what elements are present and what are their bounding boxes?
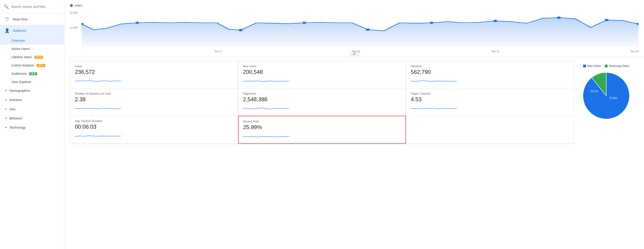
svg-point-7 bbox=[557, 16, 561, 19]
search-input[interactable] bbox=[11, 5, 60, 8]
technology-chevron: ▼ bbox=[4, 126, 7, 129]
main-content: Users 20,000 10,000 bbox=[64, 0, 644, 249]
metric-sessions-per-user: Number of Sessions per User 2.38 bbox=[70, 88, 238, 116]
interests-chevron: ▼ bbox=[4, 98, 7, 101]
demographics-label: Demographics bbox=[10, 89, 30, 92]
metrics-row-3: Avg. Session Duration 00:06:03 Bounce Ra… bbox=[70, 116, 574, 144]
sidebar-item-user-explorer[interactable]: User Explorer bbox=[0, 78, 64, 86]
sessions-value: 562,790 bbox=[411, 69, 569, 75]
sidebar-item-overview[interactable]: Overview bbox=[0, 36, 64, 45]
y-label-10000: 10,000 bbox=[70, 26, 78, 29]
sidebar-item-realtime-label: Real-Time bbox=[13, 17, 28, 21]
metric-sessions: Sessions 562,790 bbox=[406, 61, 574, 88]
metrics-row-2: Number of Sessions per User 2.38 Pagevie… bbox=[70, 88, 574, 116]
sidebar-section-interests[interactable]: ▼ Interests bbox=[0, 95, 64, 104]
sidebar-item-lifetime-value[interactable]: Lifetime Value BETA bbox=[0, 53, 64, 61]
avg-session-duration-sparkline bbox=[75, 131, 121, 138]
sidebar-item-audiences[interactable]: Audiences NEW bbox=[0, 69, 64, 78]
overview-label: Overview bbox=[12, 39, 25, 42]
y-label-20000: 20,000 bbox=[70, 11, 78, 14]
audiences-label: Audiences bbox=[12, 72, 26, 75]
audience-icon: 👤 bbox=[4, 28, 10, 33]
svg-point-8 bbox=[604, 19, 608, 21]
users-legend-dot bbox=[70, 4, 73, 7]
pie-legend: New Visitor Returning Visitor bbox=[583, 64, 630, 68]
metrics-row-3-grid: Avg. Session Duration 00:06:03 Bounce Ra… bbox=[70, 116, 574, 144]
svg-point-2 bbox=[238, 29, 242, 31]
pie-chart: 70.9% 29.1% bbox=[581, 70, 632, 122]
geo-label: Geo bbox=[10, 107, 16, 111]
technology-label: Technology bbox=[10, 126, 26, 129]
chart-area: Users 20,000 10,000 bbox=[64, 0, 644, 57]
sidebar-section-demographics[interactable]: ▼ Demographics bbox=[0, 86, 64, 95]
bounce-rate-label: Bounce Rate bbox=[243, 120, 401, 123]
sidebar: 🔍 ⏱ Real-Time 👤 Audience Overview Active… bbox=[0, 0, 64, 249]
new-visitor-legend-icon bbox=[583, 65, 586, 67]
svg-rect-13 bbox=[605, 65, 608, 67]
pageviews-value: 2,548,386 bbox=[243, 96, 401, 103]
user-explorer-label: User Explorer bbox=[12, 80, 31, 84]
metric-bounce-rate: Bounce Rate 25.99% bbox=[238, 116, 406, 144]
metrics-grid: Users 236,572 New Users 200,548 bbox=[70, 61, 574, 144]
pageviews-label: Pageviews bbox=[243, 92, 401, 95]
metric-pageviews: Pageviews 2,548,386 bbox=[238, 88, 406, 116]
chart-x-labels: ... Nov 8 Nov 15 Nov 22 Nov 29 bbox=[82, 49, 638, 54]
line-chart-svg bbox=[82, 11, 638, 48]
sidebar-item-cohort-analysis[interactable]: Cohort Analysis BETA bbox=[0, 61, 64, 69]
users-legend-label: Users bbox=[75, 4, 82, 7]
audience-submenu: Overview Active Users Lifetime Value BET… bbox=[0, 36, 64, 86]
x-label-nov8: Nov 8 bbox=[215, 50, 221, 53]
behavior-chevron: ▼ bbox=[4, 117, 7, 120]
sessions-sparkline bbox=[411, 77, 457, 83]
sessions-per-user-label: Number of Sessions per User bbox=[75, 92, 233, 95]
x-label-start: ... bbox=[82, 50, 84, 53]
new-users-sparkline bbox=[243, 77, 289, 83]
search-bar[interactable]: 🔍 bbox=[0, 0, 64, 13]
search-icon: 🔍 bbox=[4, 4, 9, 9]
sidebar-section-technology[interactable]: ▼ Technology bbox=[0, 123, 64, 132]
pages-per-session-value: 4.53 bbox=[411, 96, 569, 103]
users-value: 236,572 bbox=[75, 69, 233, 75]
metric-empty bbox=[406, 116, 574, 144]
sidebar-item-audience-label: Audience bbox=[13, 29, 26, 32]
demographics-chevron: ▼ bbox=[4, 89, 7, 92]
x-label-nov29: Nov 29 bbox=[630, 50, 638, 53]
returning-visitor-pct-label: 29.1% bbox=[590, 90, 598, 93]
cohort-analysis-badge: BETA bbox=[36, 64, 45, 67]
sidebar-item-audience[interactable]: 👤 Audience bbox=[0, 25, 64, 36]
metric-avg-session-duration: Avg. Session Duration 00:06:03 bbox=[70, 116, 238, 144]
pie-legend-returning-visitor: Returning Visitor bbox=[605, 64, 630, 68]
x-label-nov15: Nov 15 bbox=[352, 50, 360, 53]
svg-point-6 bbox=[493, 20, 497, 22]
sidebar-item-realtime[interactable]: ⏱ Real-Time bbox=[0, 13, 64, 25]
metrics-row-1: Users 236,572 New Users 200,548 bbox=[70, 61, 574, 88]
avg-session-duration-value: 00:06:03 bbox=[75, 124, 233, 130]
sidebar-section-geo[interactable]: ▼ Geo bbox=[0, 104, 64, 114]
new-users-value: 200,548 bbox=[243, 69, 401, 75]
new-visitor-legend-label: New Visitor bbox=[587, 64, 601, 68]
sessions-per-user-value: 2.38 bbox=[75, 96, 233, 103]
pie-chart-svg: 70.9% 29.1% bbox=[581, 70, 632, 121]
x-label-nov22: Nov 22 bbox=[491, 50, 499, 53]
lifetime-value-label: Lifetime Value bbox=[12, 55, 32, 59]
metric-pages-per-session: Pages / Session 4.53 bbox=[406, 88, 574, 116]
geo-chevron: ▼ bbox=[4, 108, 7, 110]
lifetime-value-badge: BETA bbox=[34, 56, 43, 59]
new-visitor-pct-label: 70.9% bbox=[609, 97, 617, 100]
returning-visitor-legend-label: Returning Visitor bbox=[609, 64, 630, 68]
users-sparkline bbox=[75, 77, 121, 83]
sidebar-item-active-users[interactable]: Active Users bbox=[0, 45, 64, 53]
sidebar-section-behavior[interactable]: ▼ Behavior bbox=[0, 114, 64, 123]
pie-chart-area: New Visitor Returning Visitor bbox=[574, 61, 638, 144]
cohort-analysis-label: Cohort Analysis bbox=[12, 63, 34, 67]
behavior-label: Behavior bbox=[10, 116, 22, 120]
metrics-row-1-grid: Users 236,572 New Users 200,548 bbox=[70, 61, 574, 88]
pages-per-session-label: Pages / Session bbox=[411, 92, 569, 95]
active-users-label: Active Users bbox=[12, 47, 30, 51]
svg-rect-12 bbox=[583, 65, 586, 67]
pages-per-session-sparkline bbox=[411, 104, 457, 111]
users-label: Users bbox=[75, 65, 233, 68]
avg-session-duration-label: Avg. Session Duration bbox=[75, 119, 233, 123]
sessions-per-user-sparkline bbox=[75, 104, 121, 111]
pageviews-sparkline bbox=[243, 104, 289, 111]
